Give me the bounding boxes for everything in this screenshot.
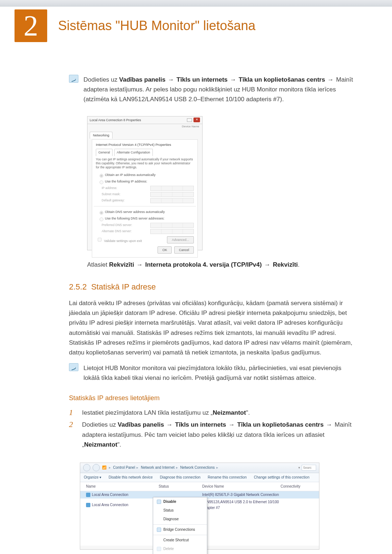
arrow-icon: → — [230, 76, 236, 83]
step-1-body: Iestatiet piezīmjdatora LAN tīkla iestat… — [82, 408, 356, 418]
search-input — [302, 465, 316, 471]
note-icon — [69, 75, 78, 83]
table-header: Name Status Device Name Connectivity — [80, 482, 319, 491]
figure1-caption: Atlasiet Rekvizīti → Interneta protokola… — [87, 260, 356, 270]
arrow-icon: → — [327, 76, 334, 83]
label-mask: Subnet mask: — [102, 192, 121, 197]
subtab-alternate: Alternate Configuration — [114, 149, 153, 156]
min-icon — [187, 118, 192, 122]
subsection-heading: Statiskās IP adreses lietotājiem — [69, 393, 356, 403]
toolbar-diagnose: Diagnose this connection — [160, 475, 201, 480]
note-text-1: Dodieties uz Vadības panelis → Tīkls un … — [83, 75, 356, 104]
arrow-icon: → — [264, 261, 270, 268]
section-body: Lai datorā veiktu IP adreses (privātas v… — [69, 298, 356, 357]
chapter-number: 2 — [15, 9, 47, 42]
bold: Neizmantot — [84, 441, 118, 448]
radio-manual-ip: Use the following IP address: — [97, 179, 194, 185]
label-dns2: Alternate DNS server: — [102, 229, 132, 234]
bold: Neizmantot — [213, 409, 246, 416]
back-button-icon — [83, 464, 90, 471]
label-dns1: Preferred DNS server: — [102, 223, 132, 228]
arrow-icon: → — [167, 421, 173, 428]
path-sharing-center: Tīkla un koplietošanas centrs — [239, 76, 325, 83]
advanced-button: Advanced... — [167, 236, 194, 243]
note-icon — [69, 363, 78, 371]
cm-disable: Disable — [153, 497, 207, 506]
toolbar-rename: Rename this connection — [208, 475, 246, 480]
caption-bold: Interneta protokola 4. versija (TCP/IPv4… — [145, 261, 262, 268]
context-menu: Disable Status Diagnose Bridge Connectio… — [153, 497, 207, 554]
step-1: 1 Iestatiet piezīmjdatora LAN tīkla iest… — [69, 408, 356, 418]
arrow-icon: → — [326, 421, 332, 428]
disable-icon — [157, 500, 161, 504]
radio-auto-ip: Obtain an IP address automatically — [97, 172, 194, 178]
path-network-internet: Tīkls un internets — [176, 76, 228, 83]
checkbox-validate: Validate settings upon exit — [96, 236, 142, 243]
inner-dialog-title: Internet Protocol Version 4 (TCP/IPv4) P… — [96, 142, 194, 147]
caption-bold: Rekvizīti — [273, 261, 298, 268]
top-decorative-bar — [0, 0, 392, 7]
chapter-title: Sistēmas "HUB Monitor" lietošana — [58, 18, 256, 33]
note-block-1: Dodieties uz Vadības panelis → Tīkls un … — [69, 75, 356, 104]
network-icon — [86, 493, 90, 497]
delete-icon — [157, 547, 161, 551]
section-heading: 2.5.2 Statiskā IP adrese — [69, 280, 356, 293]
note-text-2: Lietojot HUB Monitor monitora vai piezīm… — [83, 363, 356, 383]
tab-networking: Networking — [90, 132, 113, 139]
bridge-icon — [157, 528, 161, 532]
radio-auto-dns: Obtain DNS server address automatically — [97, 209, 194, 215]
cm-diagnose: Diagnose — [153, 515, 207, 524]
arrow-icon: → — [229, 421, 235, 428]
toolbar: Organize ▾ Disable this network device D… — [80, 473, 319, 482]
subtab-general: General — [96, 149, 113, 156]
cm-delete: Delete — [153, 545, 207, 553]
note-block-2: Lietojot HUB Monitor monitora vai piezīm… — [69, 363, 356, 383]
cm-status: Status — [153, 506, 207, 515]
device-name-label: Device Name — [87, 124, 202, 130]
toolbar-change: Change settings of this connection — [254, 475, 310, 480]
path-control-panel: Vadības panelis — [119, 76, 166, 83]
label-gateway: Default gateway: — [102, 198, 124, 203]
breadcrumb: 📶 ▸ Control Panel▸ Network and Internet▸… — [102, 465, 220, 471]
bold: Tīkla un koplietošanas centrs — [237, 421, 324, 428]
network-icon — [86, 503, 90, 507]
dialog-description: You can get IP settings assigned automat… — [96, 157, 194, 169]
step-2-body: Dodieties uz Vadības panelis → Tīkls un … — [82, 420, 356, 450]
figure-ipv4-properties: Local Area Connection 8 Properties ✕ Dev… — [87, 116, 203, 250]
step-number: 1 — [69, 408, 77, 418]
caption-bold: Rekvizīti — [109, 261, 134, 268]
arrow-icon: → — [136, 261, 143, 268]
bold: Tīkls un internets — [175, 421, 226, 428]
cancel-button: Cancel — [174, 246, 194, 254]
cm-bridge: Bridge Connections — [153, 525, 207, 534]
step-number: 2 — [69, 420, 77, 450]
arrow-icon: → — [168, 76, 174, 83]
text: Dodieties uz — [83, 76, 118, 83]
label-ip: IP address: — [102, 186, 117, 191]
ok-button: OK — [158, 246, 172, 254]
step-2: 2 Dodieties uz Vadības panelis → Tīkls u… — [69, 420, 356, 450]
radio-manual-dns: Use the following DNS server addresses: — [97, 216, 194, 222]
dialog-title: Local Area Connection 8 Properties — [90, 118, 141, 123]
close-icon: ✕ — [193, 118, 200, 122]
toolbar-organize: Organize ▾ — [84, 475, 101, 480]
bold: Vadības panelis — [118, 421, 164, 428]
figure-network-connections: 📶 ▸ Control Panel▸ Network and Internet▸… — [80, 463, 319, 550]
forward-button-icon — [93, 464, 100, 471]
chapter-header: 2 Sistēmas "HUB Monitor" lietošana — [0, 7, 392, 53]
cm-shortcut: Create Shortcut — [153, 536, 207, 545]
toolbar-disable: Disable this network device — [109, 475, 152, 480]
